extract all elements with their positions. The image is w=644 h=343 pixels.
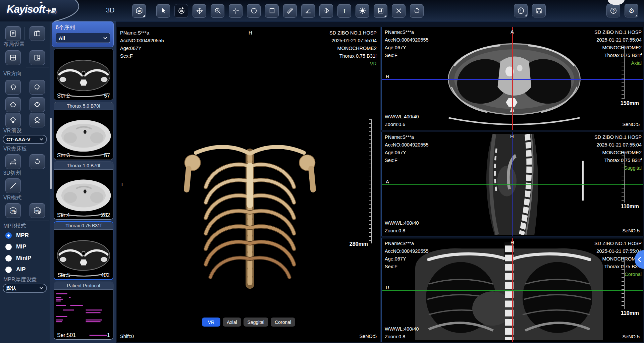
cut-3d-button[interactable] — [5, 178, 21, 193]
layout-right-split-icon — [33, 54, 41, 62]
patient-info-overlay: PName:S***aAccNO:0004920555 Age:067YSex:… — [385, 240, 429, 271]
zoom-tool[interactable] — [211, 4, 224, 18]
orientation-button-vr[interactable]: VR — [202, 318, 220, 327]
mpr-option-mip[interactable]: MIP — [5, 243, 26, 250]
crosshair-horizontal-green[interactable] — [382, 184, 643, 185]
seno-label: SeNO:5 — [622, 227, 640, 235]
crosshair-vertical-red[interactable] — [512, 27, 513, 130]
orientation-top-label: H — [510, 133, 514, 139]
mpr-option-minip[interactable]: MinIP — [5, 255, 31, 262]
close-annotations-tool[interactable] — [392, 4, 406, 18]
mip-render-mode-button[interactable]: MIP — [30, 203, 45, 218]
series-item-ser-3[interactable]: Thorax 5.0 B70fSer:357 — [54, 102, 113, 160]
settings-button[interactable]: ⚙ — [625, 4, 638, 17]
series-item-ser-501[interactable]: Patient ProtocolSer:5011 — [54, 282, 113, 340]
orientation-button-row: VRAxialSaggitalCoronal — [117, 318, 380, 327]
angle-tool[interactable] — [301, 4, 315, 18]
vr-view-bottom-button[interactable] — [30, 97, 45, 112]
series-panel: 6个序列 All Ser:257Thorax 5.0 B70fSer:357Th… — [50, 21, 116, 343]
mpr-option-mpr[interactable]: MPR — [5, 232, 29, 239]
pointer-tool[interactable] — [156, 4, 170, 18]
orientation-left-label: R — [386, 285, 389, 290]
reset-tool[interactable] — [410, 4, 424, 18]
chevron-left-icon — [638, 257, 641, 262]
vr-view-right-button[interactable] — [30, 80, 45, 95]
orientation-button-coronal[interactable]: Coronal — [271, 318, 295, 327]
orientation-left-label: A — [386, 179, 389, 184]
coronal-viewport[interactable]: PName:S***aAccNO:0004920555 Age:067YSex:… — [381, 238, 643, 342]
radio-label: MPR — [16, 232, 29, 239]
save-button[interactable] — [532, 4, 546, 17]
patient-info-overlay: PName:S***aAccNO:0004920555 Age:067YSex:… — [120, 29, 164, 60]
crosshair-horizontal-green[interactable] — [382, 290, 643, 291]
crosshair-vertical-blue[interactable] — [512, 132, 513, 236]
orientation-top-label: A — [511, 29, 514, 35]
zoom-in-icon — [214, 7, 221, 14]
series-footer: Ser:357 — [57, 153, 110, 159]
series-filter-select[interactable]: All — [56, 33, 110, 43]
scale-label: 110mm — [621, 204, 639, 210]
orientation-button-axial[interactable]: Axial — [223, 318, 241, 327]
remove-bed-button[interactable] — [5, 154, 21, 169]
series-item-ser-4[interactable]: Thorax 1.0 B70fSer:4282 — [54, 162, 113, 220]
cobb-angle-tool[interactable] — [319, 4, 333, 18]
vr-render-mode-button[interactable]: VR — [5, 203, 21, 218]
mpr-option-aip[interactable]: AIP — [5, 266, 25, 273]
volume-3d-tool[interactable]: 3D — [132, 4, 146, 18]
radio-icon[interactable] — [5, 232, 12, 239]
sidebar-divider — [26, 67, 49, 67]
report-button[interactable] — [514, 4, 528, 17]
series-scrollbar-thumb[interactable] — [50, 118, 52, 189]
coronal-ct-image — [402, 242, 616, 340]
text-tool[interactable]: T — [337, 4, 351, 18]
brightness-tool[interactable] — [356, 4, 369, 18]
series-list-toggle-button[interactable] — [5, 26, 21, 41]
vr-view-back-button[interactable] — [5, 113, 21, 127]
rect-roi-tool[interactable] — [265, 4, 279, 18]
ellipse-roi-tool[interactable] — [247, 4, 261, 18]
series-item-ser-2[interactable]: Ser:257 — [54, 49, 113, 100]
radio-icon[interactable] — [5, 255, 12, 262]
vr-view-top-button[interactable] — [5, 97, 21, 112]
radio-label: MIP — [16, 243, 26, 250]
pan-tool[interactable] — [193, 4, 206, 18]
vr-view-left-button[interactable] — [5, 80, 21, 95]
logo-suffix: 卡易 — [46, 8, 56, 14]
help-button[interactable]: ? — [606, 4, 620, 17]
wwwl-zoom-overlay: WW/WL:400/40Zoom:0.6 — [385, 113, 419, 128]
series-image-count: 1 — [107, 332, 110, 338]
layout-main-right-button[interactable] — [30, 50, 45, 65]
series-thumbnail: Ser:5011 — [54, 290, 113, 339]
head-right-icon — [33, 83, 41, 91]
radio-icon[interactable] — [5, 244, 12, 250]
panel-close-icon — [33, 30, 41, 38]
vr-preset-select[interactable]: CT-AAA-V — [3, 135, 47, 144]
saggital-viewport[interactable]: PName:S***aAccNO:0004920555 Age:067YSex:… — [381, 132, 643, 236]
radio-icon[interactable] — [5, 267, 12, 273]
vr-direction-label: VR方向 — [3, 70, 21, 77]
vr-viewport[interactable]: PName:S***aAccNO:0004920555 Age:067YSex:… — [117, 27, 380, 342]
radio-label: AIP — [16, 266, 25, 273]
toolbar-right-group — [514, 4, 546, 17]
text-tool-icon: T — [341, 7, 348, 14]
mpr-thickness-select[interactable]: 默认 — [3, 284, 47, 293]
alert-circle-icon — [517, 7, 525, 15]
series-image-count: 57 — [104, 93, 110, 99]
sidebar-divider — [26, 221, 49, 221]
head-bottom-icon — [33, 101, 41, 109]
series-title: Thorax 0.75 B31f — [54, 222, 113, 230]
vr-view-front-button[interactable] — [30, 113, 45, 127]
axial-viewport[interactable]: PName:S***aAccNO:0004920555 Age:067YSex:… — [381, 27, 643, 130]
orientation-button-saggital[interactable]: Saggital — [244, 318, 269, 327]
window-level-tool[interactable] — [374, 4, 387, 18]
close-panel-button[interactable] — [30, 26, 45, 41]
svg-text:?: ? — [612, 8, 614, 13]
series-image-count: 57 — [104, 153, 110, 159]
crosshair-tool[interactable] — [229, 4, 243, 18]
series-item-ser-5[interactable]: Thorax 0.75 B31fSer:5402 — [54, 221, 113, 280]
ruler-tool[interactable] — [283, 4, 297, 18]
rotate-3d-tool[interactable] — [174, 4, 188, 18]
bed-reset-button[interactable] — [30, 154, 45, 169]
series-filter-value: All — [59, 35, 103, 41]
layout-grid-button[interactable] — [5, 50, 21, 65]
